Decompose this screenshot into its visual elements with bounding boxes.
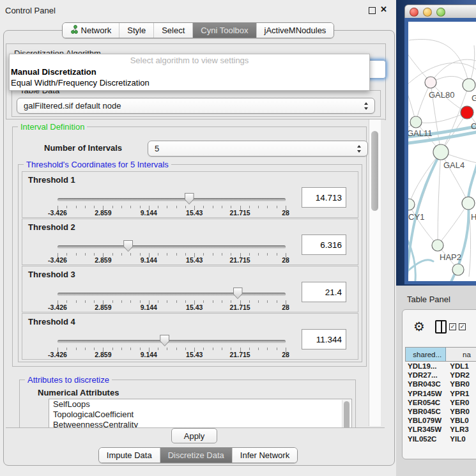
table-row[interactable]: YDR27...YDR2 — [405, 371, 476, 380]
threshold-value-input[interactable] — [302, 282, 346, 302]
dropdown-option[interactable]: Manual Discretization — [10, 66, 369, 77]
combo-spinner-icon[interactable] — [357, 145, 362, 153]
slider-track[interactable] — [58, 245, 286, 249]
table-cell[interactable]: YBR0 — [447, 380, 476, 388]
threshold-value-input[interactable] — [302, 329, 346, 349]
tick-mark — [203, 206, 204, 208]
table-row[interactable]: YBR045CYBR0 — [405, 407, 476, 416]
tick-mark — [258, 253, 259, 256]
tick-mark — [231, 348, 231, 350]
close-icon[interactable]: ✕ — [380, 4, 387, 14]
network-node[interactable] — [462, 197, 475, 210]
table-cell[interactable]: YDL19... — [405, 362, 447, 371]
table-row[interactable]: YER054CYER0 — [405, 398, 476, 407]
list-scrollbar[interactable] — [342, 400, 351, 428]
checkbox-icon[interactable]: ✓ — [459, 323, 466, 330]
column-header[interactable]: na — [446, 348, 476, 361]
network-node[interactable] — [410, 116, 422, 128]
dropdown-option[interactable]: Equal Width/Frequency Discretization — [10, 77, 369, 88]
table-row[interactable]: YIL052CYIL0 — [405, 434, 476, 443]
attribute-item[interactable]: SelfLoops — [49, 399, 351, 410]
table-row[interactable]: YBR043CYBR0 — [405, 380, 476, 388]
tab-select[interactable]: Select — [153, 23, 192, 38]
numerical-attributes-list[interactable]: SelfLoopsTopologicalCoefficientBetweenne… — [49, 399, 352, 428]
table-cell[interactable]: YPR1 — [447, 389, 476, 398]
network-node[interactable] — [408, 199, 415, 210]
table-cell[interactable]: YBL079W — [405, 416, 447, 425]
scrollbar-thumb[interactable] — [344, 401, 349, 428]
network-canvas[interactable]: GAL80GACGAL11GAL4GCY1HHAP2 — [408, 22, 476, 281]
network-node[interactable] — [425, 77, 436, 88]
tab-network[interactable]: Network — [63, 23, 119, 38]
slider-track[interactable] — [58, 198, 286, 201]
column-header[interactable]: shared... — [405, 348, 446, 361]
network-node[interactable] — [432, 240, 443, 251]
table-cell[interactable]: YER0 — [447, 398, 476, 407]
network-node[interactable] — [463, 79, 475, 91]
slider-thumb[interactable] — [160, 335, 169, 346]
zoom-traffic-light[interactable] — [436, 8, 445, 17]
interval-definition-group: Interval Definition Number of Intervals … — [12, 127, 367, 367]
apply-button[interactable]: Apply — [171, 428, 217, 443]
table-row[interactable]: YLR345WYLR3 — [405, 425, 476, 434]
table-cell[interactable]: YBL0 — [447, 416, 476, 425]
table-cell[interactable]: YIL0 — [447, 434, 476, 443]
table-cell[interactable]: YBR043C — [405, 380, 447, 388]
network-node[interactable] — [461, 106, 473, 119]
attribute-item[interactable]: TopologicalCoefficient — [49, 410, 351, 420]
gear-icon[interactable]: ⚙ — [413, 319, 425, 334]
threshold-value-input[interactable] — [302, 187, 346, 208]
table-cell[interactable]: YER054C — [405, 398, 447, 407]
tab-style[interactable]: Style — [119, 23, 153, 38]
slider-thumb[interactable] — [233, 288, 243, 299]
table-cell[interactable]: YLR345W — [405, 425, 447, 434]
table-row[interactable]: YPR145WYPR1 — [405, 389, 476, 398]
tab-infer-network[interactable]: Infer Network — [232, 448, 297, 463]
tick-mark — [258, 206, 259, 208]
tick-label: 28 — [266, 351, 305, 358]
table-cell[interactable]: YDR2 — [447, 371, 476, 380]
tab-cyni-toolbox[interactable]: Cyni Toolbox — [192, 23, 256, 38]
slider-track[interactable] — [58, 340, 286, 343]
tick-label: 15.43 — [175, 303, 213, 311]
table-data-combo[interactable]: galFiltered.sif default node — [17, 98, 375, 114]
tab-discretize-data[interactable]: Discretize Data — [160, 448, 232, 463]
tick-label: 9.144 — [130, 303, 168, 311]
node-label: GA — [472, 93, 476, 103]
table-cell[interactable]: YBR045C — [405, 407, 447, 416]
columns-icon[interactable] — [435, 320, 447, 334]
minimize-traffic-light[interactable] — [423, 8, 432, 17]
table-row[interactable]: YDL19...YDL1 — [405, 362, 476, 371]
slider-track[interactable] — [58, 293, 286, 296]
attribute-item[interactable]: BetweennessCentrality — [49, 420, 351, 428]
tab-jactivemnodules[interactable]: jActiveMNodules — [256, 23, 334, 38]
combo-spinner-icon[interactable] — [364, 102, 369, 110]
table-cell[interactable]: YPR145W — [405, 389, 447, 398]
tick-mark — [167, 206, 167, 208]
table-cell[interactable]: YIL052C — [405, 434, 447, 443]
slider-thumb[interactable] — [123, 240, 133, 252]
table-row[interactable]: YBL079WYBL0 — [405, 416, 476, 425]
network-window-titlebar[interactable] — [404, 4, 476, 19]
num-intervals-combo[interactable]: 5 — [148, 141, 368, 157]
close-traffic-light[interactable] — [410, 8, 418, 17]
table-cell[interactable]: YBR0 — [447, 407, 476, 416]
numerical-attributes-label: Numerical Attributes — [38, 388, 119, 397]
tab-impute-data[interactable]: Impute Data — [99, 448, 160, 463]
tick-label: 9.144 — [130, 209, 168, 217]
scrollbar-thumb[interactable] — [371, 131, 378, 211]
threshold-value-input[interactable] — [302, 234, 346, 255]
table-cell[interactable]: YLR3 — [447, 425, 476, 434]
panel-scrollbar[interactable] — [369, 119, 381, 426]
tick-mark — [76, 348, 77, 350]
table-cell[interactable]: YDR27... — [405, 371, 447, 380]
network-node[interactable] — [433, 144, 449, 160]
checkbox-icon[interactable]: ✓ — [449, 323, 456, 330]
threshold-label: Threshold 3 — [28, 270, 75, 279]
network-node[interactable] — [452, 264, 464, 275]
table-cell[interactable]: YDL1 — [447, 362, 476, 371]
float-icon[interactable] — [369, 7, 376, 14]
tick-label: 2.859 — [84, 351, 122, 358]
slider-thumb[interactable] — [185, 193, 194, 204]
tick-mark — [231, 206, 231, 208]
